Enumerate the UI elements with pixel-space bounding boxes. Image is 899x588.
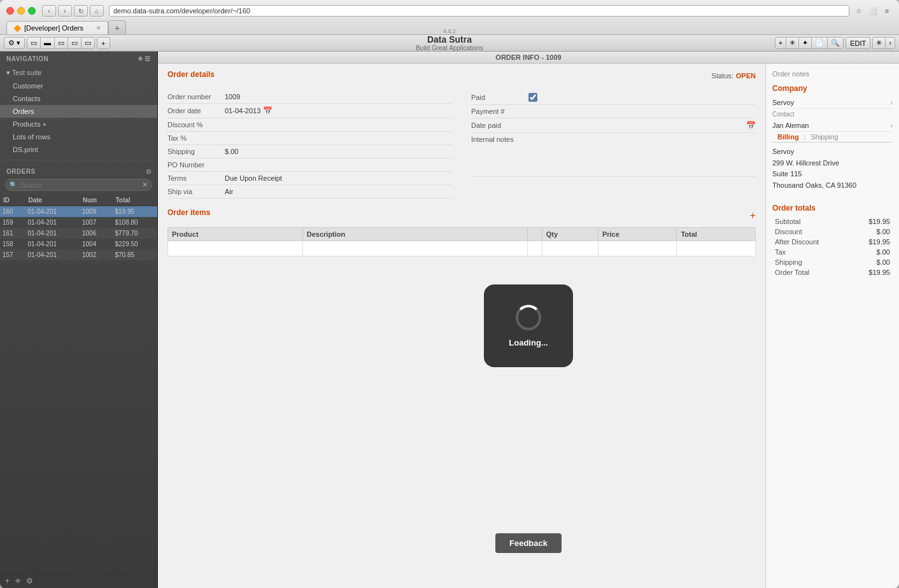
items-col-total: Total [677, 228, 756, 241]
new-tab-button[interactable]: + [108, 20, 126, 34]
contact-name-row[interactable]: Jan Aleman › [772, 120, 893, 132]
tax-input[interactable] [225, 134, 452, 142]
form-left-col: Order number 1009 Order date 01-04-2013 … [167, 90, 452, 199]
view-btn-1[interactable]: ▭ [27, 38, 41, 48]
date-paid-input[interactable] [528, 122, 744, 129]
item-price[interactable] [598, 241, 677, 256]
order-number-value: 1009 [225, 93, 452, 101]
search-input[interactable] [20, 181, 142, 189]
home-button[interactable]: ⌂ [90, 5, 104, 17]
asterisk2-btn[interactable]: ✳ [873, 38, 886, 48]
contact-name: Jan Aleman [772, 122, 809, 129]
sidebar-item-orders[interactable]: Orders [0, 105, 157, 118]
edit-button[interactable]: EDIT [846, 37, 870, 49]
col-num[interactable]: Num [80, 195, 112, 206]
po-input[interactable] [225, 161, 452, 169]
col-total[interactable]: Total [112, 195, 157, 206]
add-item-button[interactable]: + [750, 210, 756, 221]
search-clear-icon[interactable]: ✕ [142, 181, 148, 189]
add-order-button[interactable]: + [5, 577, 10, 585]
feedback-button[interactable]: Feedback [495, 533, 562, 553]
nav-right-btn[interactable]: › [886, 38, 895, 48]
action-buttons[interactable]: + ✳ ✦ 📄 🔍 [775, 37, 844, 49]
table-row[interactable]: 161 01-04-201 1006 $779.70 [0, 228, 157, 239]
order-date: 01-04-201 [25, 239, 80, 249]
total-label: Tax [772, 247, 851, 257]
cross-btn[interactable]: ✦ [799, 38, 812, 48]
reload-button[interactable]: ↻ [74, 5, 88, 17]
view-btn-3[interactable]: ▭ [55, 38, 68, 48]
order-id: 158 [0, 239, 25, 249]
nav-collapse-icon[interactable]: ✳ ☰ [138, 55, 151, 62]
active-tab[interactable]: 🔶 [Developer] Orders ✕ [6, 21, 108, 34]
back-button[interactable]: ‹ [42, 5, 56, 17]
settings-button[interactable]: ⚙ ▾ [4, 37, 25, 49]
list-item: Subtotal $19.95 [772, 216, 893, 227]
nav-items: Test suite Customer Contacts Orders Prod… [0, 66, 157, 156]
item-qty[interactable] [542, 241, 598, 256]
orders-settings-icon[interactable]: ⊙ [146, 168, 152, 175]
table-row[interactable]: 157 01-04-201 1002 $70.85 [0, 249, 157, 260]
sidebar-item-ds-print[interactable]: DS.print [0, 143, 157, 156]
minimize-button[interactable] [17, 7, 25, 15]
traffic-lights[interactable] [6, 7, 36, 15]
settings-sidebar-btn[interactable]: ⚙ [26, 577, 33, 585]
order-total: $108.80 [112, 217, 157, 228]
order-total: $229.50 [112, 239, 157, 249]
items-col-qty: Qty [542, 228, 598, 241]
magnify-btn[interactable]: 🔍 [828, 38, 843, 48]
view-buttons[interactable]: ▭ ▬ ▭ ▭ ▭ [27, 37, 95, 49]
sidebar-item-lots-of-rows[interactable]: Lots of rows [0, 130, 157, 143]
table-row[interactable]: 158 01-04-201 1004 $229.50 [0, 239, 157, 249]
add-toolbar-btn[interactable]: + [97, 37, 110, 49]
forward-button[interactable]: › [58, 5, 72, 17]
order-items-section: Order items + Product Description Qty [167, 208, 756, 256]
order-date-calendar-icon[interactable]: 📅 [263, 106, 273, 115]
tab-close-button[interactable]: ✕ [96, 25, 101, 31]
table-row[interactable]: 160 01-04-201 1009 $19.95 [0, 206, 157, 218]
close-button[interactable] [6, 7, 14, 15]
company-name-row[interactable]: Servoy › [772, 97, 893, 109]
billing-tab[interactable]: Billing [772, 132, 804, 142]
item-product[interactable] [168, 241, 303, 256]
extra-buttons[interactable]: ✳ › [872, 37, 895, 49]
form-right-col: Paid Payment # Dat [471, 90, 756, 199]
contact-arrow-icon: › [891, 122, 893, 129]
sidebar-item-products[interactable]: Products ✦ [0, 118, 157, 130]
view-btn-2[interactable]: ▬ [41, 38, 55, 48]
total-label: Shipping [772, 257, 851, 267]
shipping-tab[interactable]: Shipping [805, 132, 843, 142]
item-description[interactable] [302, 241, 527, 256]
sidebar-item-contacts[interactable]: Contacts [0, 92, 157, 105]
asterisk-sidebar-btn[interactable]: ✳ [15, 577, 21, 585]
bookmark-icon[interactable]: ☆ [853, 6, 865, 16]
col-id[interactable]: ID [0, 195, 25, 206]
add-btn[interactable]: + [775, 38, 786, 48]
status-label: Status: [712, 72, 733, 80]
search-bar[interactable]: 🔍 ✕ [5, 179, 152, 191]
terms-row: Terms Due Upon Receipt [167, 172, 452, 185]
share-icon[interactable]: ⬜ [867, 6, 879, 16]
main-panel: ORDER INFO - 1009 Order details Status: … [158, 52, 899, 588]
menu-icon[interactable]: ≡ [881, 6, 893, 16]
sidebar-item-customer[interactable]: Customer [0, 80, 157, 92]
paid-checkbox[interactable] [528, 93, 537, 102]
internal-notes-input[interactable] [528, 136, 756, 174]
asterisk-btn[interactable]: ✳ [786, 38, 799, 48]
view-btn-4[interactable]: ▭ [68, 38, 81, 48]
address-bar[interactable] [109, 5, 849, 17]
table-row[interactable]: 159 01-04-201 1007 $108.80 [0, 217, 157, 228]
view-btn-5[interactable]: ▭ [81, 38, 94, 48]
sidebar-item-test-suite[interactable]: Test suite [0, 66, 157, 80]
doc-btn[interactable]: 📄 [812, 38, 828, 48]
status-bar: Status: OPEN [712, 72, 756, 80]
payment-hash-input[interactable] [528, 108, 756, 115]
order-num: 1007 [80, 217, 112, 228]
total-value: $19.95 [851, 216, 893, 227]
form-grid: Order number 1009 Order date 01-04-2013 … [167, 90, 756, 199]
discount-input[interactable] [225, 121, 452, 129]
order-form: Order details Status: OPEN Order number [158, 64, 765, 588]
date-paid-calendar-icon[interactable]: 📅 [746, 121, 756, 130]
col-date[interactable]: Date [25, 195, 80, 206]
maximize-button[interactable] [28, 7, 36, 15]
